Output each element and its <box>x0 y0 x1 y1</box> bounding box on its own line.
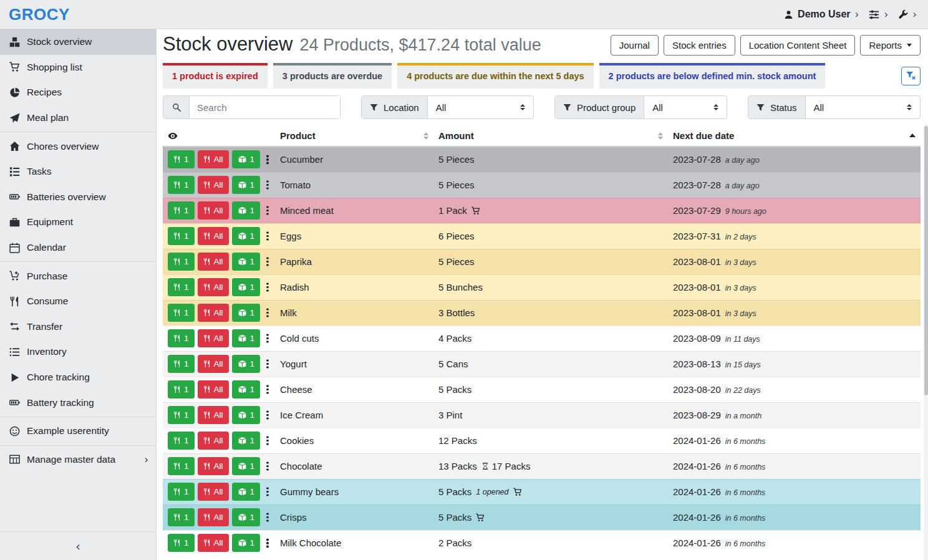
product-name-link[interactable]: Tomato <box>280 180 311 190</box>
row-menu-button[interactable] <box>263 253 272 271</box>
consume-all-button[interactable]: All <box>198 457 229 475</box>
open-one-button[interactable]: 1 <box>232 432 261 450</box>
consume-one-button[interactable]: 1 <box>168 483 195 501</box>
consume-one-button[interactable]: 1 <box>168 176 195 194</box>
open-one-button[interactable]: 1 <box>232 278 261 296</box>
sidebar-item-consume[interactable]: Consume <box>0 289 156 314</box>
consume-one-button[interactable]: 1 <box>168 457 195 475</box>
product-name-link[interactable]: Minced meat <box>280 205 334 216</box>
row-menu-button[interactable] <box>263 150 272 168</box>
open-one-button[interactable]: 1 <box>232 304 261 322</box>
consume-all-button[interactable]: All <box>198 483 229 501</box>
row-menu-button[interactable] <box>263 380 272 398</box>
consume-all-button[interactable]: All <box>198 176 229 194</box>
row-menu-button[interactable] <box>263 227 272 245</box>
product-name-link[interactable]: Cookies <box>280 435 314 446</box>
banner-overdue[interactable]: 3 products are overdue <box>273 63 392 89</box>
sidebar-item-shopping-list[interactable]: Shopping list <box>0 55 156 80</box>
sidebar-item-inventory[interactable]: Inventory <box>0 339 156 365</box>
consume-one-button[interactable]: 1 <box>168 432 195 450</box>
column-header-visibility[interactable] <box>163 127 275 147</box>
consume-all-button[interactable]: All <box>198 150 229 168</box>
row-menu-button[interactable] <box>263 201 272 220</box>
clear-filters-button[interactable] <box>901 67 921 85</box>
consume-one-button[interactable]: 1 <box>168 150 195 168</box>
consume-one-button[interactable]: 1 <box>168 329 195 347</box>
consume-one-button[interactable]: 1 <box>168 304 195 322</box>
consume-all-button[interactable]: All <box>198 380 229 398</box>
row-menu-button[interactable] <box>263 329 272 347</box>
settings-menu[interactable]: › <box>869 8 888 21</box>
status-select[interactable]: All <box>806 96 920 118</box>
admin-menu[interactable]: › <box>898 8 917 21</box>
product-name-link[interactable]: Paprika <box>280 256 312 267</box>
open-one-button[interactable]: 1 <box>232 508 261 526</box>
column-header-product[interactable]: Product <box>275 127 433 147</box>
open-one-button[interactable]: 1 <box>232 483 261 501</box>
consume-all-button[interactable]: All <box>198 432 229 450</box>
product-name-link[interactable]: Chocolate <box>280 461 322 471</box>
open-one-button[interactable]: 1 <box>232 355 261 373</box>
sidebar-item-recipes[interactable]: Recipes <box>0 80 156 105</box>
open-one-button[interactable]: 1 <box>232 150 261 168</box>
open-one-button[interactable]: 1 <box>232 534 261 552</box>
product-name-link[interactable]: Ice Cream <box>280 410 323 420</box>
consume-one-button[interactable]: 1 <box>168 534 195 552</box>
reports-button[interactable]: Reports <box>860 35 921 56</box>
product-name-link[interactable]: Radish <box>280 282 309 292</box>
consume-all-button[interactable]: All <box>198 508 229 526</box>
open-one-button[interactable]: 1 <box>232 406 261 424</box>
row-menu-button[interactable] <box>263 355 272 373</box>
open-one-button[interactable]: 1 <box>232 201 261 220</box>
sidebar-collapse-button[interactable]: ‹ <box>0 531 156 560</box>
product-name-link[interactable]: Yogurt <box>280 359 307 369</box>
consume-one-button[interactable]: 1 <box>168 278 195 296</box>
open-one-button[interactable]: 1 <box>232 176 261 194</box>
consume-one-button[interactable]: 1 <box>168 508 195 526</box>
consume-all-button[interactable]: All <box>198 534 229 552</box>
consume-all-button[interactable]: All <box>198 304 229 322</box>
product-name-link[interactable]: Cold cuts <box>280 333 319 344</box>
product-name-link[interactable]: Cucumber <box>280 154 323 165</box>
product-name-link[interactable]: Milk Chocolate <box>280 538 341 548</box>
search-input[interactable] <box>190 96 340 118</box>
consume-one-button[interactable]: 1 <box>168 406 195 424</box>
sidebar-item-tasks[interactable]: Tasks <box>0 159 156 185</box>
banner-due[interactable]: 4 products are due within the next 5 day… <box>397 63 593 89</box>
row-menu-button[interactable] <box>263 457 272 475</box>
sidebar-item-example-userentity[interactable]: Example userentity <box>0 418 156 444</box>
consume-all-button[interactable]: All <box>198 406 229 424</box>
stock-entries-button[interactable]: Stock entries <box>664 35 735 56</box>
location-select[interactable]: All <box>428 96 533 118</box>
sidebar-item-chores-overview[interactable]: Chores overview <box>0 133 156 159</box>
consume-all-button[interactable]: All <box>198 278 229 296</box>
product-name-link[interactable]: Gummy bears <box>280 486 339 497</box>
banner-below[interactable]: 2 products are below defined min. stock … <box>599 63 826 89</box>
sidebar-item-calendar[interactable]: Calendar <box>0 235 156 261</box>
column-header-amount[interactable]: Amount <box>433 127 668 147</box>
consume-one-button[interactable]: 1 <box>168 201 195 220</box>
consume-one-button[interactable]: 1 <box>168 355 195 373</box>
location-content-sheet-button[interactable]: Location Content Sheet <box>740 35 856 56</box>
consume-all-button[interactable]: All <box>198 201 229 220</box>
row-menu-button[interactable] <box>263 406 272 424</box>
journal-button[interactable]: Journal <box>611 35 659 56</box>
consume-all-button[interactable]: All <box>198 253 229 271</box>
sidebar-item-batteries-overview[interactable]: Batteries overview <box>0 185 156 210</box>
row-menu-button[interactable] <box>263 483 272 501</box>
row-menu-button[interactable] <box>263 508 272 526</box>
consume-one-button[interactable]: 1 <box>168 380 195 398</box>
row-menu-button[interactable] <box>263 432 272 450</box>
product-name-link[interactable]: Milk <box>280 307 297 318</box>
product-name-link[interactable]: Cheese <box>280 384 312 395</box>
open-one-button[interactable]: 1 <box>232 227 261 245</box>
row-menu-button[interactable] <box>263 304 272 322</box>
sidebar-item-meal-plan[interactable]: Meal plan <box>0 105 156 131</box>
product-name-link[interactable]: Eggs <box>280 231 301 241</box>
sidebar-item-battery-tracking[interactable]: Battery tracking <box>0 390 156 415</box>
row-menu-button[interactable] <box>263 534 272 552</box>
sidebar-item-equipment[interactable]: Equipment <box>0 210 156 235</box>
open-one-button[interactable]: 1 <box>232 380 261 398</box>
scrollbar-thumb[interactable] <box>924 126 928 395</box>
product-group-select[interactable]: All <box>644 96 727 118</box>
